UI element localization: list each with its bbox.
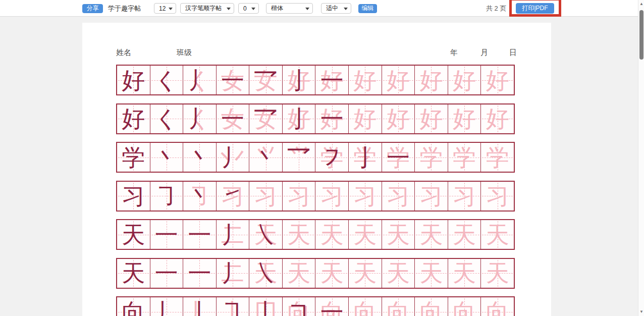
- stroke-offset-value: 0: [243, 5, 247, 12]
- trace-glyph: 天: [382, 259, 415, 288]
- grid-cell: 习: [315, 182, 349, 210]
- stroke-offset-select[interactable]: 0: [238, 3, 259, 14]
- grid-cell: 天: [382, 220, 415, 249]
- stroke-glyph: 丶: [183, 143, 216, 172]
- grid-cell: 二丿: [217, 220, 250, 249]
- density-select[interactable]: 适中: [321, 3, 351, 14]
- stroke-glyph: 丨: [249, 297, 282, 316]
- grid-cell: 好: [448, 104, 481, 133]
- trace-glyph: 天: [349, 220, 382, 249]
- grid-cell: 好一: [315, 104, 349, 133]
- grid-cell: 丷丿: [217, 143, 250, 172]
- stroke-glyph: 乛: [283, 143, 315, 172]
- grid-cell: く丿: [183, 104, 217, 133]
- stroke-glyph: 丿: [150, 297, 183, 316]
- grid-cell: 天: [481, 220, 514, 249]
- stroke-glyph: 丿: [183, 66, 216, 94]
- scroll-up-icon[interactable]: ▲: [638, 0, 644, 7]
- trace-glyph: 习: [415, 182, 448, 210]
- grid-cell: 学: [415, 143, 448, 172]
- grid-row-学: 学丶丶丶丷丿⺍丶⺍乛学㇇学亅学一学学学: [116, 142, 515, 173]
- share-button[interactable]: 分享: [82, 4, 103, 13]
- grid-cell: 习㇀: [217, 182, 250, 210]
- stroke-glyph: 亅: [283, 104, 315, 133]
- grid-cell: 学: [117, 143, 150, 172]
- grid-cell: 向一: [315, 297, 349, 316]
- page-count: 共 2 页: [486, 4, 506, 13]
- scroll-down-icon[interactable]: ▼: [638, 308, 644, 315]
- chevron-down-icon: [251, 8, 255, 10]
- trace-glyph: 好: [481, 104, 514, 133]
- grid-cell: 天: [117, 220, 150, 249]
- practice-grid: 好くく丿女一女乛好亅好一好好好好好好くく丿女一女乛好亅好一好好好好好学丶丶丶丷丿…: [116, 65, 515, 316]
- stroke-glyph: ㇇: [315, 143, 348, 172]
- trace-glyph: 习: [382, 182, 415, 210]
- scrollbar-thumb[interactable]: [639, 10, 643, 60]
- font-family-select[interactable]: 楷体: [266, 3, 313, 14]
- stroke-glyph: 向: [117, 297, 150, 316]
- stroke-glyph: 一: [315, 104, 348, 133]
- trace-glyph: 天: [481, 259, 514, 288]
- grid-cell: 好: [415, 66, 448, 94]
- vertical-scrollbar[interactable]: ▲ ▼: [638, 0, 644, 316]
- month-label: 月: [480, 48, 488, 58]
- chevron-down-icon: [169, 8, 173, 10]
- font-size-select[interactable]: 12: [154, 3, 176, 14]
- grid-cell: 丨㇆: [217, 297, 250, 316]
- sheet-type-select[interactable]: 汉字笔顺字帖: [180, 3, 234, 14]
- grid-cell: 二丿: [217, 259, 250, 288]
- grid-cell: 好亅: [283, 104, 316, 133]
- grid-cell: 天: [382, 259, 415, 288]
- grid-cell: 习: [448, 182, 481, 210]
- sheet-type-value: 汉字笔顺字帖: [185, 4, 222, 13]
- print-pdf-button[interactable]: 打印|PDF: [516, 3, 554, 14]
- stroke-glyph: 乛: [249, 66, 282, 94]
- trace-glyph: 向: [349, 297, 382, 316]
- grid-cell: 向: [481, 297, 514, 316]
- stroke-glyph: 丿: [217, 143, 249, 172]
- stroke-glyph: ㇏: [249, 220, 282, 249]
- trace-glyph: 天: [415, 220, 448, 249]
- stroke-glyph: 一: [150, 259, 183, 288]
- grid-row-好: 好くく丿女一女乛好亅好一好好好好好: [116, 65, 515, 95]
- grid-cell: 天: [448, 259, 481, 288]
- grid-cell: 丿: [150, 297, 184, 316]
- stroke-glyph: 一: [315, 297, 348, 316]
- stroke-glyph: く: [150, 66, 183, 94]
- trace-glyph: 向: [415, 297, 448, 316]
- stroke-glyph: 丶: [249, 143, 282, 172]
- trace-glyph: 天: [283, 220, 315, 249]
- grid-cell: 好: [481, 104, 514, 133]
- grid-cell: 习: [382, 182, 415, 210]
- trace-glyph: 向: [481, 297, 514, 316]
- edit-button[interactable]: 编辑: [358, 4, 377, 13]
- grid-cell: 好亅: [283, 66, 316, 94]
- stroke-glyph: 乛: [249, 104, 282, 133]
- grid-cell: 丶丶: [183, 143, 217, 172]
- grid-row-天: 天一一一二丿天㇏天天天天天天天: [116, 219, 515, 250]
- trace-glyph: 习: [283, 182, 315, 210]
- grid-cell: 好: [415, 104, 448, 133]
- grid-cell: 向: [117, 297, 150, 316]
- grid-cell: 一: [150, 220, 184, 249]
- chevron-down-icon: [344, 8, 348, 10]
- grid-cell: 学亅: [349, 143, 382, 172]
- grid-cell: 习: [249, 182, 283, 210]
- trace-glyph: 好: [448, 104, 481, 133]
- grid-cell: ㇆丶: [183, 182, 217, 210]
- trace-glyph: 学: [415, 143, 448, 172]
- grid-cell: 向: [415, 297, 448, 316]
- trace-glyph: 天: [415, 259, 448, 288]
- trace-glyph: 好: [481, 66, 514, 94]
- toolbar: 分享 学于趣字帖 12 汉字笔顺字帖 0 楷体 适中 编辑: [0, 0, 638, 17]
- grid-cell: く丿: [183, 66, 217, 94]
- grid-cell: 天㇏: [249, 259, 283, 288]
- grid-cell: 冂丨: [249, 297, 283, 316]
- grid-cell: 习: [117, 182, 150, 210]
- stroke-glyph: 好: [117, 66, 150, 94]
- grid-cell: 习: [283, 182, 316, 210]
- grid-cell: 向: [448, 297, 481, 316]
- name-label: 姓名: [116, 48, 131, 58]
- trace-glyph: 习: [249, 182, 282, 210]
- stroke-glyph: 亅: [283, 66, 315, 94]
